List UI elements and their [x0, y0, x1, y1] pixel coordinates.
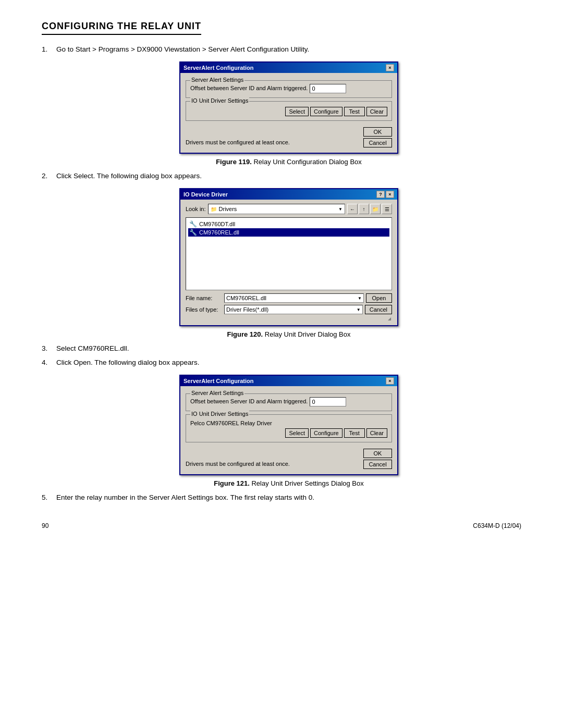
open-button[interactable]: Open [366, 293, 392, 303]
dialog121-titlebar-buttons: × [386, 377, 394, 385]
file-icon-1: 🔧 [189, 220, 197, 228]
lookin-row: Look in: 📁 Drivers ▼ ← ↑ 📁 ☰ [186, 204, 392, 214]
io-driver-group-121: IO Unit Driver Settings Pelco CM9760REL … [186, 414, 392, 442]
file-icon-2: 🔧 [189, 229, 197, 236]
step-4-text: Click Open. The following dialog box app… [56, 359, 199, 366]
page-title: CONFIGURING THE RELAY UNIT [42, 21, 201, 35]
page-footer: 90 C634M-D (12/04) [42, 522, 521, 529]
figure-120-caption: Figure 120. Relay Unit Driver Dialog Box [227, 330, 351, 338]
dialog-body: Server Alert Settings Offset between Ser… [180, 73, 397, 153]
server-alert-group: Server Alert Settings Offset between Ser… [186, 80, 392, 98]
step-1: Go to Start > Programs > DX9000 Viewstat… [42, 45, 521, 166]
dialog-title: ServerAlert Configuration [183, 65, 253, 71]
footer-right: C634M-D (12/04) [473, 522, 521, 529]
step-3: Select CM9760REL.dll. [42, 344, 521, 352]
filename-value: CM9760REL.dll [226, 295, 266, 301]
ok-button[interactable]: OK [363, 127, 392, 137]
driver-name: Pelco CM9760REL Relay Driver [190, 420, 272, 426]
figure-120-container: IO Device Driver ? × Look in: 📁 Drivers [56, 188, 521, 338]
dropdown-arrow-icon: ▼ [338, 207, 342, 212]
view-icon[interactable]: ☰ [382, 204, 392, 214]
file-name-2: CM9760REL.dll [199, 229, 239, 236]
server-alert-label-121: Server Alert Settings [190, 390, 244, 396]
server-alert-label: Server Alert Settings [190, 77, 244, 83]
dialog-titlebar: ServerAlert Configuration × [180, 63, 397, 73]
io-toolbar: ← ↑ 📁 ☰ [347, 204, 392, 214]
offset-row: Offset between Server ID and Alarm trigg… [190, 84, 387, 93]
figure-121-caption: Figure 121. Relay Unit Driver Settings D… [214, 479, 364, 487]
figure-119-dialog: ServerAlert Configuration × Server Alert… [179, 61, 398, 154]
step-2-text: Click Select. The following dialog box a… [56, 172, 202, 180]
offset-input-121[interactable] [310, 397, 346, 406]
resize-handle: ◢ [186, 316, 392, 321]
offset-row-121: Offset between Server ID and Alarm trigg… [190, 397, 387, 406]
figure-120-dialog: IO Device Driver ? × Look in: 📁 Drivers [179, 188, 398, 326]
dialog121-footer: OK Cancel [363, 449, 392, 469]
file-name-1: CM9760DT.dll [199, 221, 235, 227]
test-button-121[interactable]: Test [344, 428, 365, 438]
back-icon[interactable]: ← [347, 204, 358, 214]
filetype-dropdown[interactable]: Driver Files(*.dll) ▼ [224, 305, 363, 314]
step-5-text: Enter the relay number in the Server Ale… [56, 493, 314, 501]
filetype-arrow-icon: ▼ [357, 307, 361, 312]
server-alert-group-121: Server Alert Settings Offset between Ser… [186, 393, 392, 411]
filename-row: File name: CM9760REL.dll ▼ Open [186, 293, 392, 303]
filetype-label: Files of type: [186, 306, 222, 313]
io-titlebar-buttons: ? × [376, 191, 394, 198]
status-text-121: Drivers must be configured at least once… [186, 461, 290, 467]
filename-arrow-icon: ▼ [358, 296, 362, 301]
io-body: Look in: 📁 Drivers ▼ ← ↑ 📁 ☰ [180, 200, 397, 325]
io-driver-label: IO Unit Driver Settings [190, 97, 249, 104]
step-3-text: Select CM9760REL.dll. [56, 344, 129, 352]
lookin-value: Drivers [219, 206, 237, 212]
configure-button[interactable]: Configure [310, 107, 342, 116]
lookin-dropdown[interactable]: 📁 Drivers ▼ [208, 204, 345, 214]
io-driver-label-121: IO Unit Driver Settings [190, 411, 249, 417]
dialog121-title: ServerAlert Configuration [183, 378, 253, 384]
filename-label: File name: [186, 295, 222, 301]
step-4: Click Open. The following dialog box app… [42, 359, 521, 487]
step-1-text: Go to Start > Programs > DX9000 Viewstat… [56, 45, 309, 53]
filetype-value: Driver Files(*.dll) [226, 306, 268, 313]
driver-buttons-121: Select Configure Test Clear [190, 428, 387, 438]
step-2: Click Select. The following dialog box a… [42, 172, 521, 338]
dialog-footer: OK Cancel [363, 127, 392, 147]
dialog121-titlebar: ServerAlert Configuration × [180, 376, 397, 386]
configure-button-121[interactable]: Configure [310, 428, 342, 438]
driver-buttons: Select Configure Test Clear [190, 107, 387, 116]
close-button[interactable]: × [386, 64, 394, 71]
select-button-121[interactable]: Select [285, 428, 309, 438]
status-text: Drivers must be configured at least once… [186, 139, 290, 145]
filetype-row: Files of type: Driver Files(*.dll) ▼ Can… [186, 305, 392, 314]
offset-label-121: Offset between Server ID and Alarm trigg… [190, 398, 308, 404]
offset-label: Offset between Server ID and Alarm trigg… [190, 85, 308, 91]
figure-119-caption: Figure 119. Relay Unit Configuration Dia… [216, 158, 362, 166]
step-5: Enter the relay number in the Server Ale… [42, 493, 521, 501]
clear-button-121[interactable]: Clear [366, 428, 387, 438]
figure-121-container: ServerAlert Configuration × Server Alert… [56, 375, 521, 487]
file-list[interactable]: 🔧 CM9760DT.dll 🔧 CM9760REL.dll [186, 217, 392, 290]
io-dialog-titlebar: IO Device Driver ? × [180, 189, 397, 200]
figure-121-dialog: ServerAlert Configuration × Server Alert… [179, 375, 398, 475]
filetype-cancel-button[interactable]: Cancel [365, 305, 392, 314]
cancel-button[interactable]: Cancel [363, 138, 392, 147]
clear-button[interactable]: Clear [366, 107, 387, 116]
filename-input[interactable]: CM9760REL.dll ▼ [224, 293, 364, 303]
io-driver-group: IO Unit Driver Settings Select Configure… [186, 101, 392, 121]
new-folder-icon[interactable]: 📁 [370, 204, 381, 214]
file-item-2[interactable]: 🔧 CM9760REL.dll [188, 228, 389, 237]
offset-input[interactable] [310, 84, 346, 93]
io-close-button[interactable]: × [386, 191, 394, 198]
select-button[interactable]: Select [285, 107, 309, 116]
footer-left: 90 [42, 522, 48, 529]
cancel-button-121[interactable]: Cancel [363, 460, 392, 469]
io-dialog-title: IO Device Driver [183, 191, 228, 198]
figure-119-container: ServerAlert Configuration × Server Alert… [56, 61, 521, 166]
titlebar-buttons: × [386, 64, 394, 71]
ok-button-121[interactable]: OK [363, 449, 392, 458]
dialog121-close-button[interactable]: × [386, 377, 394, 385]
test-button[interactable]: Test [344, 107, 365, 116]
up-folder-icon[interactable]: ↑ [359, 204, 369, 214]
file-item-1[interactable]: 🔧 CM9760DT.dll [188, 220, 389, 228]
io-help-button[interactable]: ? [376, 191, 385, 198]
